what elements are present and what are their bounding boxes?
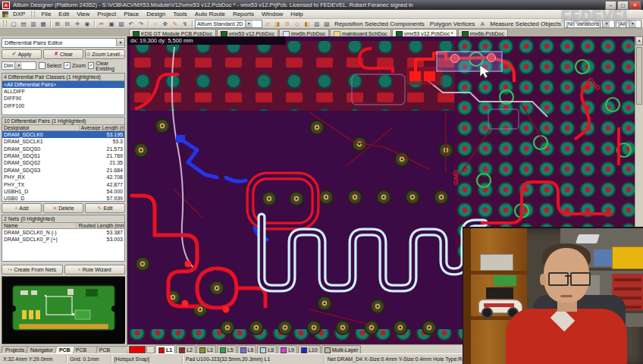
menu-file[interactable]: File: [38, 10, 54, 18]
create-from-nets-button[interactable]: ↪Create From Nets: [2, 265, 63, 275]
apply-button[interactable]: ✔Apply: [2, 49, 42, 59]
layer-color-swatch: [179, 347, 185, 353]
paste-icon[interactable]: ▧: [117, 20, 126, 27]
open-icon[interactable]: ▤: [19, 20, 28, 27]
mask-mode-dropdown[interactable]: Dim▼: [2, 61, 36, 70]
table-row[interactable]: DRAM_SDQS321.684: [2, 167, 124, 174]
zoom-level-button[interactable]: ◎Zoom Level...: [85, 49, 125, 59]
cross-probe-icon[interactable]: ✛: [73, 20, 82, 27]
pad-icon[interactable]: ◇: [293, 20, 302, 27]
menu-place[interactable]: Place: [121, 10, 142, 18]
table-row[interactable]: DRAM_SDQS021.573: [2, 146, 124, 152]
nets-table-header: 2 Nets (0 Highlighted): [2, 215, 124, 223]
list-item[interactable]: <All Differential Pairs>: [2, 81, 124, 88]
menu-reports[interactable]: Reports: [230, 10, 257, 18]
list-item[interactable]: DIFF90: [2, 95, 124, 102]
column-average-length[interactable]: Average Length (mm): [80, 125, 124, 130]
glasses-bridge: [565, 275, 571, 277]
edit-button[interactable]: ✎Edit: [85, 203, 125, 213]
magnifier-icon: ◎: [86, 51, 90, 57]
table-row[interactable]: USBH1_D54.000: [2, 188, 124, 195]
table-row[interactable]: DRAM_SDCLK0_P (+)53.003: [2, 236, 124, 243]
new-icon[interactable]: ▢: [9, 20, 18, 27]
board-preview[interactable]: [2, 276, 125, 344]
move-icon[interactable]: ✜: [161, 20, 170, 27]
measure-objects-button[interactable]: Measure Selected Objects: [488, 20, 563, 27]
polygon-pour-icon[interactable]: ▱: [263, 20, 272, 27]
zoom-checkbox[interactable]: ✓Zoom: [64, 62, 86, 69]
zoom-fit-icon[interactable]: ⊟: [63, 20, 72, 27]
room-icon[interactable]: ▥: [312, 20, 322, 27]
menu-dxp[interactable]: DXP: [10, 10, 28, 18]
via-icon[interactable]: ⊙: [283, 20, 292, 27]
dark-binder: [486, 287, 513, 299]
copy-icon[interactable]: ▣: [107, 20, 116, 27]
select-checkbox[interactable]: Select: [39, 62, 61, 69]
union-icon[interactable]: ▨: [322, 20, 331, 27]
rule-wizard-button[interactable]: »Rule Wizard: [64, 265, 126, 275]
nets-table: 2 Nets (0 Highlighted) Name Routed Lengt…: [2, 215, 125, 262]
check-icon: ✔: [12, 51, 17, 57]
current-layer-swatch[interactable]: [129, 346, 146, 353]
column-routed-length[interactable]: Routed Length (mm): [77, 223, 124, 228]
wizard-icon: »: [78, 267, 81, 272]
zoom-area-icon[interactable]: ⊞: [53, 20, 62, 27]
clear-existing-checkbox[interactable]: ✓Clear Existing: [88, 61, 125, 71]
split-plane-icon[interactable]: ◨: [273, 20, 282, 27]
fedevel-watermark: FEDEVEL: [561, 6, 632, 27]
table-row[interactable]: USB0_D57.939: [2, 195, 124, 202]
column-designator[interactable]: Designator: [2, 125, 80, 130]
clear-button[interactable]: ✘Clear: [43, 49, 83, 59]
undo-icon[interactable]: ↶: [127, 20, 136, 27]
window-title: Altium Designer (Platform 24352) - S:\VO…: [13, 2, 602, 8]
table-row[interactable]: PHY_TX42.877: [2, 181, 124, 188]
list-item[interactable]: ALLDIFF: [2, 88, 124, 95]
menu-project[interactable]: Project: [94, 10, 119, 18]
table-row[interactable]: DRAM_SDQS221.35: [2, 159, 124, 166]
menu-autoroute[interactable]: Auto Route: [192, 10, 228, 18]
title-bar[interactable]: A Altium Designer (Platform 24352) - S:\…: [0, 0, 643, 10]
toolbar-separator: [94, 20, 95, 27]
menu-help[interactable]: Help: [287, 10, 306, 18]
table-row[interactable]: DRAM_SDCLK053.195: [2, 131, 124, 138]
toolbar-grip: [31, 11, 35, 17]
save-icon[interactable]: ▥: [29, 20, 38, 27]
gnd-label: GND: [452, 170, 460, 186]
table-row[interactable]: DRAM_SDCLK0_N (-)53.387: [2, 229, 124, 236]
plane-icon[interactable]: ◧: [303, 20, 312, 27]
heal-icon[interactable]: ↯: [180, 20, 190, 27]
altium-icon: A: [2, 2, 10, 9]
menu-edit[interactable]: Edit: [55, 10, 72, 18]
menu-design[interactable]: Design: [143, 10, 168, 18]
view-configuration-dropdown[interactable]: Altium Standard 2D▼: [195, 20, 262, 28]
menu-window[interactable]: Window: [259, 10, 286, 18]
column-name[interactable]: Name: [2, 223, 77, 228]
polygon-vertices-button[interactable]: Polygon Vertices: [428, 20, 478, 27]
layer-set-swatch[interactable]: [146, 346, 155, 353]
browse-icon[interactable]: ◉: [83, 20, 92, 27]
stacked-papers: [480, 254, 513, 271]
table-row[interactable]: PHY_RX42.708: [2, 174, 124, 180]
select-icon[interactable]: ◌: [151, 20, 160, 27]
table-row[interactable]: DRAM_SDCLK153.3: [2, 138, 124, 145]
menu-tools[interactable]: Tools: [170, 10, 190, 18]
print-icon[interactable]: ▦: [39, 20, 48, 27]
add-button[interactable]: +Add: [2, 203, 42, 213]
x-icon: ✘: [54, 51, 58, 57]
reposition-components-button[interactable]: Reposition Selected Components: [332, 20, 427, 27]
redo-icon[interactable]: ↷: [136, 20, 146, 27]
text-tool-icon[interactable]: A: [478, 20, 487, 27]
delete-button[interactable]: ✕Delete: [43, 203, 83, 213]
pair-classes-list: 4 Differential Pair Classes (1 Highlight…: [2, 73, 125, 115]
list-item[interactable]: DIFF100: [2, 102, 124, 109]
cut-icon[interactable]: ✂: [97, 20, 106, 27]
interactive-route-icon[interactable]: ✎: [171, 20, 180, 27]
table-row[interactable]: DRAM_SDQS121.769: [2, 152, 124, 159]
layer-color-swatch: [220, 347, 226, 353]
delete-icon: ✕: [52, 206, 57, 212]
menu-view[interactable]: View: [74, 10, 93, 18]
panel-mode-dropdown[interactable]: Differential Pairs Editor ▼: [2, 38, 125, 48]
scroll-up-icon[interactable]: ▲: [635, 36, 643, 46]
scrollbar-thumb[interactable]: [636, 47, 642, 105]
edit-icon: ✎: [98, 206, 102, 212]
